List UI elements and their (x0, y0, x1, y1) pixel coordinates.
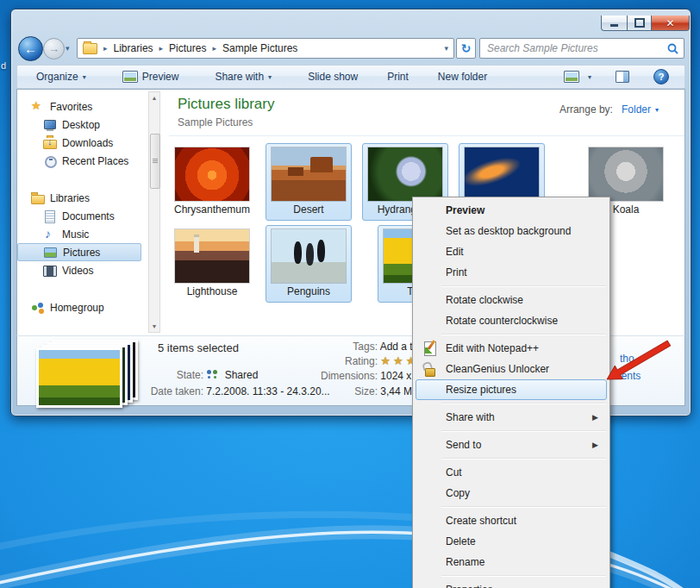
forward-button[interactable]: → (43, 38, 65, 59)
sidebar-item-favorites[interactable]: Favorites (17, 97, 147, 116)
menu-item-rename[interactable]: Rename (416, 552, 607, 572)
share-with-button[interactable]: Share with▾ (208, 67, 278, 86)
unlocker-padlock-icon (422, 361, 438, 377)
search-box[interactable] (479, 38, 684, 59)
thumbnail-hydrangeas (368, 147, 442, 201)
tags-label: Tags: (302, 341, 378, 353)
caption-buttons: ✕ (601, 16, 690, 31)
help-button[interactable]: ? (647, 66, 676, 88)
sidebar-item-pictures[interactable]: Pictures (17, 243, 141, 261)
scroll-up-icon[interactable]: ▲ (149, 92, 159, 103)
recent-pages-chevron-icon[interactable]: ▾ (66, 44, 70, 53)
organize-button[interactable]: Organize▾ (29, 67, 93, 86)
page-title: Pictures library (178, 96, 274, 113)
slide-show-label: Slide show (308, 71, 358, 83)
print-button[interactable]: Print (380, 67, 416, 86)
minimize-button[interactable] (601, 16, 628, 31)
sidebar-item-recent-places[interactable]: Recent Places (17, 152, 147, 170)
menu-item-delete[interactable]: Delete (416, 531, 607, 552)
preview-image-icon (122, 71, 138, 83)
menu-item-send-to[interactable]: Send to (416, 435, 607, 455)
file-tile-desert[interactable]: Desert (266, 143, 352, 221)
menu-item-cleangenius-unlocker[interactable]: CleanGenius Unlocker (416, 359, 607, 379)
maximize-button[interactable] (628, 16, 652, 31)
close-button[interactable]: ✕ (652, 16, 690, 31)
scrollbar-thumb[interactable] (150, 134, 160, 189)
pictures-icon (44, 247, 58, 259)
page-subtitle: Sample Pictures (178, 116, 253, 128)
file-tile-penguins[interactable]: Penguins (266, 225, 352, 303)
folder-icon (83, 43, 97, 54)
refresh-icon: ↻ (461, 41, 472, 55)
sidebar-item-music[interactable]: Music (17, 225, 147, 243)
breadcrumb-libraries[interactable]: Libraries (112, 41, 155, 56)
menu-item-cut[interactable]: Cut (416, 462, 607, 483)
arrange-by-value[interactable]: Folder (622, 103, 651, 116)
breadcrumb-pictures[interactable]: Pictures (167, 41, 208, 56)
rating-label: Rating: (302, 355, 378, 367)
menu-item-edit[interactable]: Edit (416, 241, 607, 262)
sidebar-scrollbar[interactable]: ▲ ▼ (148, 91, 160, 333)
new-folder-label: New folder (438, 71, 487, 83)
favorites-star-icon (31, 101, 45, 113)
sidebar-item-libraries[interactable]: Libraries (17, 189, 147, 207)
address-dropdown-icon[interactable]: ▾ (444, 44, 450, 53)
file-tile-lighthouse[interactable]: Lighthouse (169, 225, 255, 303)
stack-front-thumbnail (36, 347, 122, 408)
chevron-down-icon: ▾ (83, 73, 86, 81)
menu-item-create-shortcut[interactable]: Create shortcut (416, 510, 607, 531)
thumbnail-lighthouse (175, 229, 249, 283)
back-button[interactable]: ← (18, 36, 43, 61)
menu-item-print[interactable]: Print (416, 262, 607, 283)
thumbnail-penguins (272, 229, 346, 283)
print-label: Print (387, 71, 409, 83)
shared-people-icon (206, 370, 219, 379)
sidebar-item-downloads[interactable]: Downloads (17, 134, 147, 152)
menu-separator (441, 430, 606, 432)
sidebar-item-homegroup[interactable]: Homegroup (17, 298, 147, 316)
thumbnail-koala (589, 147, 663, 201)
scroll-down-icon[interactable]: ▼ (149, 321, 159, 332)
menu-item-rotate-clockwise[interactable]: Rotate clockwise (416, 290, 607, 310)
chevron-down-icon: ▾ (655, 106, 659, 114)
search-input[interactable] (485, 41, 667, 55)
slide-show-button[interactable]: Slide show (301, 67, 365, 86)
preview-pane-button[interactable] (609, 67, 636, 86)
breadcrumb-separator-icon (208, 44, 221, 53)
menu-separator (441, 334, 606, 335)
organize-label: Organize (36, 71, 78, 83)
refresh-button[interactable]: ↻ (456, 38, 476, 59)
menu-item-rotate-counterclockwise[interactable]: Rotate counterclockwise (416, 310, 607, 331)
navigation-pane: Favorites Desktop Downloads Recent Place… (17, 90, 147, 335)
sidebar-item-documents[interactable]: Documents (17, 207, 147, 225)
change-view-button[interactable]: ▾ (557, 67, 598, 86)
menu-item-properties[interactable]: Properties (416, 579, 607, 588)
preview-pane-icon (616, 71, 629, 83)
preview-button[interactable]: Preview (116, 67, 186, 86)
address-bar[interactable]: Libraries Pictures Sample Pictures ▾ (77, 38, 454, 59)
desktop-icon-label-fragment: d (1, 60, 6, 71)
menu-item-copy[interactable]: Copy (416, 483, 607, 504)
maximize-icon (634, 18, 645, 28)
menu-item-share-with[interactable]: Share with (416, 407, 607, 428)
sidebar-item-videos[interactable]: Videos (17, 261, 147, 279)
new-folder-button[interactable]: New folder (431, 67, 494, 86)
menu-item-preview[interactable]: Preview (416, 200, 607, 221)
breadcrumb-separator-icon (99, 44, 112, 53)
thumbnail-chrysanthemum (175, 147, 249, 201)
menu-item-edit-with-notepad-plus-plus[interactable]: Edit with Notepad++ (416, 338, 607, 359)
menu-item-set-as-desktop-background[interactable]: Set as desktop background (416, 221, 607, 241)
views-icon (564, 71, 579, 83)
documents-icon (43, 210, 57, 222)
back-arrow-icon: ← (24, 41, 37, 56)
file-tile-chrysanthemum[interactable]: Chrysanthemum (169, 143, 255, 221)
desktop-icon (43, 119, 57, 131)
homegroup-icon (31, 302, 45, 314)
dimensions-label: Dimensions: (302, 370, 378, 382)
sidebar-item-desktop[interactable]: Desktop (17, 116, 147, 134)
size-label: Size: (302, 385, 378, 397)
breadcrumb-sample-pictures[interactable]: Sample Pictures (221, 41, 299, 56)
menu-item-resize-pictures[interactable]: Resize pictures (416, 379, 607, 400)
chevron-down-icon: ▾ (268, 73, 272, 81)
comments-text-fragment: nents (616, 370, 641, 382)
